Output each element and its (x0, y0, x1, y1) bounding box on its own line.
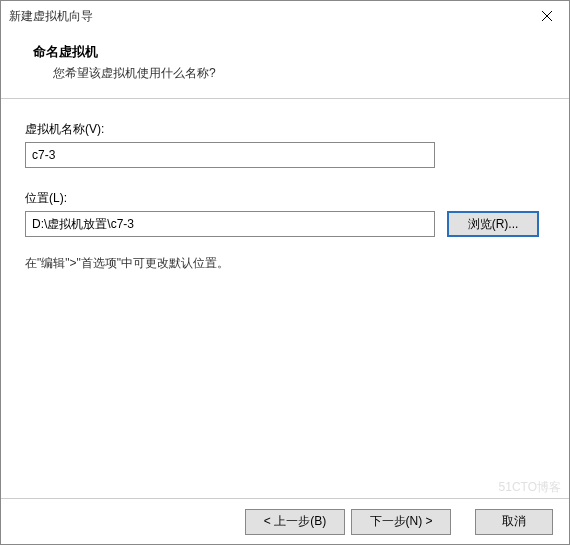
location-row: 浏览(R)... (25, 211, 545, 237)
cancel-button[interactable]: 取消 (475, 509, 553, 535)
next-button[interactable]: 下一步(N) > (351, 509, 451, 535)
location-input[interactable] (25, 211, 435, 237)
wizard-window: 新建虚拟机向导 命名虚拟机 您希望该虚拟机使用什么名称? 虚拟机名称(V): 位… (0, 0, 570, 545)
page-title: 命名虚拟机 (33, 43, 545, 61)
browse-button[interactable]: 浏览(R)... (447, 211, 539, 237)
location-label: 位置(L): (25, 190, 545, 207)
back-button[interactable]: < 上一步(B) (245, 509, 345, 535)
page-subtitle: 您希望该虚拟机使用什么名称? (53, 65, 545, 82)
close-icon (542, 11, 552, 21)
titlebar: 新建虚拟机向导 (1, 1, 569, 31)
window-title: 新建虚拟机向导 (9, 8, 93, 25)
wizard-footer: < 上一步(B) 下一步(N) > 取消 (1, 498, 569, 544)
wizard-body: 虚拟机名称(V): 位置(L): 浏览(R)... 在"编辑">"首选项"中可更… (1, 99, 569, 498)
close-button[interactable] (524, 1, 569, 31)
location-hint: 在"编辑">"首选项"中可更改默认位置。 (25, 255, 545, 272)
wizard-header: 命名虚拟机 您希望该虚拟机使用什么名称? (1, 31, 569, 99)
vm-name-input[interactable] (25, 142, 435, 168)
vm-name-label: 虚拟机名称(V): (25, 121, 545, 138)
